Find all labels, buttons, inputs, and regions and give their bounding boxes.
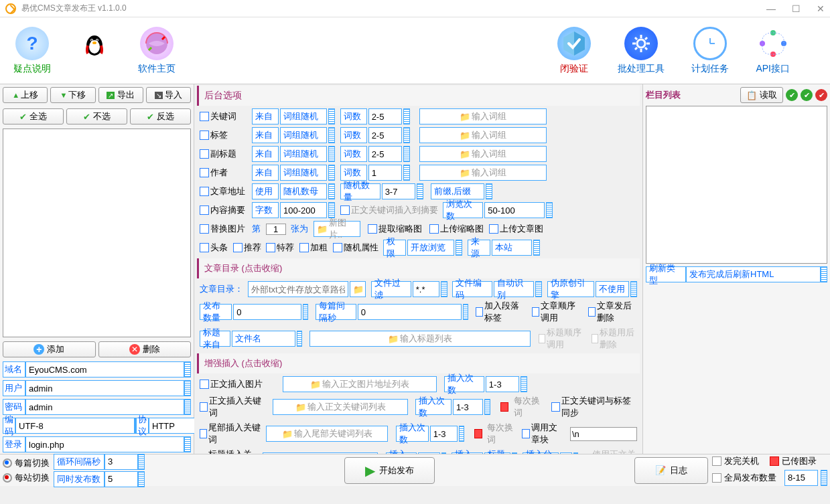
minimize-button[interactable]: — <box>766 3 776 14</box>
select-all-button[interactable]: ✔ 全选 <box>3 108 64 124</box>
import-button[interactable]: ↘ 导入 <box>146 87 191 103</box>
view-count-input[interactable] <box>488 205 541 216</box>
kw-tag-sync-checkbox[interactable] <box>551 402 559 412</box>
subtitle-source-select[interactable]: 词组随机 <box>280 146 327 162</box>
url-use-select[interactable]: 随机数母 <box>280 183 327 199</box>
img-list-button[interactable]: 📁输入正文图片地址列表 <box>283 376 437 392</box>
insert-img-checkbox[interactable] <box>200 380 209 389</box>
block-input[interactable] <box>570 427 637 441</box>
newline-each-checkbox-2[interactable] <box>474 429 482 438</box>
add-button[interactable]: +添加 <box>3 341 96 357</box>
tag-phrase-button[interactable]: 📁输入词组 <box>419 127 547 143</box>
rand-attr-checkbox[interactable] <box>333 243 342 252</box>
title-list-button[interactable]: 📁输入标题列表 <box>309 331 531 347</box>
dir-section-header[interactable]: 文章目录 (点击收缩) <box>197 258 640 278</box>
export-button[interactable]: ↗ 导出 <box>98 87 143 103</box>
upload-thumb-checkbox[interactable] <box>429 224 439 234</box>
qq-button[interactable] <box>78 27 111 74</box>
login-input[interactable] <box>25 436 184 452</box>
url-checkbox[interactable] <box>200 187 209 196</box>
api-button[interactable]: API接口 <box>756 27 790 75</box>
author-phrase-button[interactable]: 📁输入词组 <box>419 165 547 181</box>
newline-each-checkbox-1[interactable] <box>500 402 508 412</box>
refresh-type-select[interactable]: 发布完成后刷新HTML <box>686 266 821 282</box>
file-filter-input[interactable] <box>416 284 436 295</box>
author-checkbox[interactable] <box>200 168 209 177</box>
shutdown-checkbox[interactable] <box>712 456 721 466</box>
tail-kw-list-button[interactable]: 📁输入尾部关键词列表 <box>266 426 388 442</box>
keyword-source-select[interactable]: 词组随机 <box>280 108 327 124</box>
green-ok-button[interactable]: ✔ <box>786 89 798 101</box>
interval-input[interactable] <box>361 307 458 317</box>
tail-kw-checkbox[interactable] <box>200 429 207 438</box>
url-count-input[interactable] <box>385 187 412 197</box>
replace-img-checkbox[interactable] <box>200 224 209 234</box>
site-list[interactable] <box>3 129 191 337</box>
encode-input[interactable] <box>15 418 135 434</box>
homepage-button[interactable]: 软件主页 <box>138 27 176 75</box>
title-kw-list-button[interactable]: 📁输入标题关键词列表 <box>263 452 378 454</box>
insert-kw-summary-checkbox[interactable] <box>340 205 350 215</box>
kw-insert-count-input[interactable] <box>456 402 480 412</box>
grip-icon[interactable] <box>184 361 191 377</box>
delete-button[interactable]: ✕删除 <box>98 341 192 357</box>
schedule-button[interactable]: 计划任务 <box>691 27 729 75</box>
title-delete-checkbox[interactable] <box>592 334 599 343</box>
subtitle-checkbox[interactable] <box>200 149 209 159</box>
keyword-checkbox[interactable] <box>200 112 209 121</box>
tag-count-input[interactable] <box>372 131 399 141</box>
order-adjust-checkbox[interactable] <box>532 307 539 317</box>
help-button[interactable]: ? 疑点说明 <box>13 27 51 75</box>
log-button[interactable]: 📝日志 <box>634 457 708 484</box>
browse-dir-button[interactable]: 📁 <box>350 281 366 297</box>
tail-kw-count-input[interactable] <box>433 429 454 439</box>
tag-source-select[interactable]: 词组随机 <box>280 127 327 143</box>
close-button[interactable]: ✕ <box>817 3 825 14</box>
keyword-phrase-button[interactable]: 📁输入词组 <box>419 108 547 124</box>
start-publish-button[interactable]: ▶开始发布 <box>344 457 435 484</box>
pub-count-input[interactable] <box>236 307 298 317</box>
file-encode-select[interactable]: 自动识别 <box>494 281 534 297</box>
headline-checkbox[interactable] <box>200 243 209 252</box>
global-count-input[interactable] <box>788 473 815 483</box>
summary-chars-input[interactable] <box>283 205 324 216</box>
recommend-checkbox[interactable] <box>233 243 243 252</box>
enhance-section-header[interactable]: 增强插入 (点击收缩) <box>197 353 640 373</box>
author-count-input[interactable] <box>372 168 399 178</box>
orig-engine-select[interactable]: 不使用 <box>596 281 629 297</box>
red-cancel-button[interactable]: ✔ <box>815 89 827 101</box>
column-tree[interactable] <box>646 106 827 264</box>
featured-checkbox[interactable] <box>266 243 275 252</box>
subtitle-count-input[interactable] <box>372 149 399 159</box>
backend-section-header[interactable]: 后台选项 <box>197 86 640 106</box>
batch-button[interactable]: 批处理工具 <box>618 27 665 75</box>
delete-after-checkbox[interactable] <box>588 307 596 317</box>
green-ok-button-2[interactable]: ✔ <box>801 89 813 101</box>
dir-path-input[interactable] <box>251 284 345 295</box>
loop-interval-input[interactable] <box>108 456 135 467</box>
global-count-checkbox[interactable] <box>712 473 721 483</box>
img-insert-count-input[interactable] <box>489 380 516 390</box>
domain-input[interactable] <box>25 361 184 377</box>
para-tag-checkbox[interactable] <box>476 307 483 317</box>
prefix-suffix-input[interactable]: 前缀,后缀 <box>431 183 484 199</box>
concurrent-input[interactable] <box>108 474 135 484</box>
bold-checkbox[interactable] <box>299 243 309 252</box>
summary-checkbox[interactable] <box>200 205 209 215</box>
extract-thumb-checkbox[interactable] <box>368 224 377 234</box>
call-block-checkbox[interactable] <box>522 429 529 438</box>
source-select[interactable]: 本站 <box>492 240 532 256</box>
per-article-radio[interactable] <box>3 458 12 468</box>
verify-button[interactable]: 闭验证 <box>557 27 591 75</box>
move-down-button[interactable]: ▼下移 <box>50 87 95 103</box>
author-source-select[interactable]: 词组随机 <box>280 165 327 181</box>
read-button[interactable]: 📋 读取 <box>740 87 783 103</box>
insert-pos-select[interactable]: 标题前 <box>484 452 510 454</box>
maximize-button[interactable]: ☐ <box>792 3 801 14</box>
perm-select[interactable]: 开放浏览 <box>407 240 454 256</box>
user-input[interactable] <box>25 380 184 396</box>
kw-list-button[interactable]: 📁输入正文关键词列表 <box>273 399 408 415</box>
deselect-button[interactable]: ✔ 不选 <box>66 108 127 124</box>
pass-input[interactable] <box>25 399 184 415</box>
subtitle-phrase-button[interactable]: 📁输入词组 <box>419 146 547 162</box>
